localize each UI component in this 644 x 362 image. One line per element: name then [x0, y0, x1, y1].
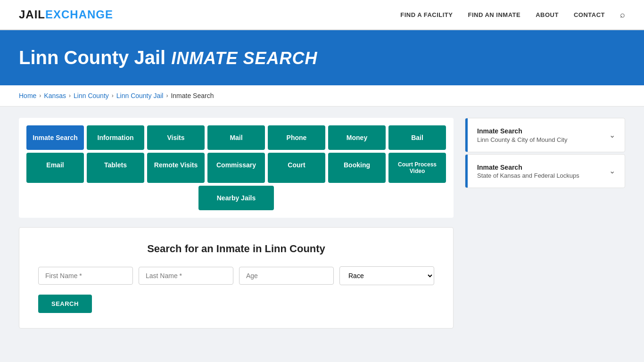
tile-court-process-video[interactable]: Court Process Video [388, 153, 446, 183]
tiles-row-2: Email Tablets Remote Visits Commissary C… [26, 153, 446, 183]
logo-exchange: EXCHANGE [45, 8, 113, 21]
chevron-down-icon: ⌄ [609, 131, 615, 140]
hero-title-sub: INMATE SEARCH [171, 49, 317, 68]
sidebar-card-kansas-federal-header[interactable]: Inmate Search State of Kansas and Federa… [465, 155, 625, 188]
tile-booking[interactable]: Booking [328, 153, 386, 183]
breadcrumb-home[interactable]: Home [19, 92, 36, 99]
search-fields: Race White Black Hispanic Asian Other [38, 266, 434, 285]
hero-title-main: Linn County Jail [19, 47, 165, 68]
tile-phone[interactable]: Phone [268, 125, 325, 150]
tile-inmate-search[interactable]: Inmate Search [26, 125, 84, 150]
nav-contact[interactable]: CONTACT [574, 11, 605, 18]
logo-jail: JAIL [19, 8, 45, 21]
search-icon-button[interactable]: ⌕ [620, 10, 625, 20]
race-select[interactable]: Race White Black Hispanic Asian Other [339, 266, 434, 285]
sidebar-kansas-title: Inmate Search [477, 163, 579, 173]
breadcrumb-sep-3: › [112, 92, 114, 99]
nav-find-facility[interactable]: FIND A FACILITY [400, 11, 453, 18]
nav-about[interactable]: ABOUT [536, 11, 559, 18]
chevron-down-icon-2: ⌄ [609, 166, 615, 175]
tile-nearby-jails[interactable]: Nearby Jails [198, 186, 274, 210]
sidebar-linn-title: Inmate Search [477, 127, 567, 136]
search-button[interactable]: SEARCH [38, 295, 92, 313]
tile-email[interactable]: Email [26, 153, 84, 183]
breadcrumb-current: Inmate Search [171, 92, 214, 99]
breadcrumb-sep-2: › [69, 92, 71, 99]
main-content: Inmate Search Information Visits Mail Ph… [0, 107, 644, 340]
hero-banner: Linn County JailINMATE SEARCH [0, 30, 644, 85]
tile-commissary[interactable]: Commissary [207, 153, 265, 183]
breadcrumb-sep-1: › [39, 92, 41, 99]
sidebar: Inmate Search Linn County & City of Moun… [465, 118, 625, 190]
last-name-input[interactable] [139, 267, 233, 285]
content-area: Inmate Search Information Visits Mail Ph… [19, 118, 454, 329]
tiles-wrapper: Inmate Search Information Visits Mail Ph… [19, 118, 454, 218]
search-section: Search for an Inmate in Linn County Race… [19, 227, 454, 329]
sidebar-card-linn-county-header[interactable]: Inmate Search Linn County & City of Moun… [465, 118, 625, 152]
breadcrumb-sep-4: › [166, 92, 168, 99]
nav-find-inmate[interactable]: FIND AN INMATE [468, 11, 520, 18]
header: JAILEXCHANGE FIND A FACILITY FIND AN INM… [0, 0, 644, 30]
tile-information[interactable]: Information [87, 125, 144, 150]
tile-tablets[interactable]: Tablets [87, 153, 144, 183]
sidebar-card-kansas-federal-text: Inmate Search State of Kansas and Federa… [477, 163, 579, 180]
age-input[interactable] [239, 267, 334, 285]
logo[interactable]: JAILEXCHANGE [19, 8, 113, 21]
main-nav: FIND A FACILITY FIND AN INMATE ABOUT CON… [400, 10, 625, 20]
tile-bail[interactable]: Bail [388, 125, 446, 150]
page-title: Linn County JailINMATE SEARCH [19, 47, 625, 68]
sidebar-card-kansas-federal: Inmate Search State of Kansas and Federa… [465, 154, 625, 189]
tile-remote-visits[interactable]: Remote Visits [147, 153, 205, 183]
sidebar-kansas-subtitle: State of Kansas and Federal Lockups [477, 172, 579, 179]
tile-visits[interactable]: Visits [147, 125, 205, 150]
search-form-title: Search for an Inmate in Linn County [38, 243, 434, 255]
tile-money[interactable]: Money [328, 125, 386, 150]
breadcrumb: Home › Kansas › Linn County › Linn Count… [0, 85, 644, 107]
tiles-row-3: Nearby Jails [26, 186, 446, 210]
first-name-input[interactable] [38, 267, 133, 285]
sidebar-linn-subtitle: Linn County & City of Mound City [477, 136, 567, 143]
sidebar-card-linn-county-text: Inmate Search Linn County & City of Moun… [477, 127, 567, 143]
tiles-row-1: Inmate Search Information Visits Mail Ph… [26, 125, 446, 150]
breadcrumb-linn-county[interactable]: Linn County [74, 92, 109, 99]
breadcrumb-kansas[interactable]: Kansas [44, 92, 66, 99]
sidebar-card-linn-county: Inmate Search Linn County & City of Moun… [465, 118, 625, 152]
tile-court[interactable]: Court [268, 153, 325, 183]
breadcrumb-linn-county-jail[interactable]: Linn County Jail [116, 92, 164, 99]
tile-mail[interactable]: Mail [207, 125, 265, 150]
